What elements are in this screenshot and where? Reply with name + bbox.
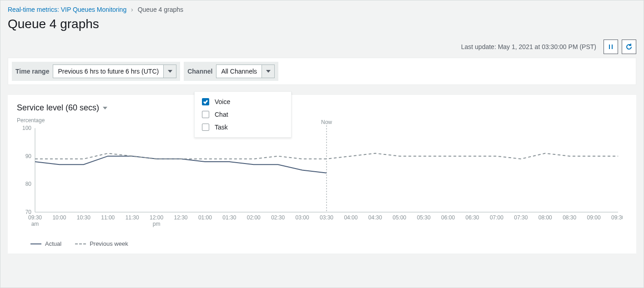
svg-text:09:30: 09:30 (28, 214, 42, 221)
chevron-down-icon (103, 106, 107, 110)
time-range-filter: Time range Previous 6 hrs to future 6 hr… (12, 62, 180, 81)
svg-text:01:00: 01:00 (198, 214, 212, 221)
last-update-text: Last update: May 1, 2021 at 03:30:00 PM … (461, 43, 596, 50)
chart-card: Service level (60 secs) Percentage Now 7… (8, 95, 636, 253)
channel-option-chat[interactable]: Chat (195, 108, 291, 121)
chart-title: Service level (60 secs) (17, 103, 99, 113)
chart-menu-button[interactable] (103, 104, 107, 112)
svg-text:03:30: 03:30 (320, 214, 333, 221)
channel-option-label: Voice (215, 98, 230, 105)
svg-text:10:00: 10:00 (52, 214, 66, 221)
svg-text:06:00: 06:00 (441, 214, 455, 221)
refresh-button[interactable] (622, 40, 636, 54)
svg-text:80: 80 (25, 181, 32, 187)
channel-option-voice[interactable]: Voice (195, 95, 291, 108)
svg-text:02:30: 02:30 (271, 214, 285, 221)
checkbox-icon (202, 111, 209, 118)
time-range-label: Time range (15, 68, 49, 75)
line-chart: 70809010009:30am10:0010:3011:0011:3012:0… (17, 124, 623, 230)
svg-text:04:30: 04:30 (368, 214, 382, 221)
svg-text:07:30: 07:30 (514, 214, 528, 221)
time-range-select[interactable]: Previous 6 hrs to future 6 hrs (UTC) (53, 65, 176, 78)
channel-option-label: Task (215, 124, 228, 131)
svg-text:10:30: 10:30 (77, 214, 91, 221)
svg-text:90: 90 (25, 153, 32, 159)
svg-text:02:00: 02:00 (247, 214, 261, 221)
channel-option-label: Chat (215, 111, 228, 118)
svg-text:06:30: 06:30 (465, 214, 479, 221)
svg-text:08:00: 08:00 (538, 214, 552, 221)
legend-item-previous-week: Previous week (75, 240, 128, 247)
svg-text:05:00: 05:00 (392, 214, 406, 221)
channel-option-task[interactable]: Task (195, 121, 291, 134)
checkbox-checked-icon (202, 98, 209, 105)
svg-text:11:00: 11:00 (101, 214, 115, 221)
svg-text:12:30: 12:30 (174, 214, 187, 221)
svg-text:pm: pm (153, 221, 161, 227)
svg-text:100: 100 (22, 125, 31, 131)
chevron-right-icon: › (131, 6, 133, 13)
svg-text:09:30: 09:30 (611, 214, 623, 221)
channel-dropdown-panel: VoiceChatTask (194, 91, 292, 138)
refresh-icon (625, 43, 633, 50)
svg-text:04:00: 04:00 (344, 214, 357, 221)
channel-filter: Channel All Channels (184, 62, 278, 81)
page-title: Queue 4 graphs (8, 17, 636, 31)
legend-swatch-dashed (75, 243, 86, 244)
breadcrumb-parent-link[interactable]: Real-time metrics: VIP Queues Monitoring (8, 6, 126, 13)
chart-legend: Actual Previous week (17, 240, 627, 247)
svg-text:07:00: 07:00 (490, 214, 503, 221)
svg-marker-3 (266, 70, 271, 73)
breadcrumb-current: Queue 4 graphs (138, 6, 183, 13)
svg-text:12:00: 12:00 (150, 214, 163, 221)
svg-text:09:00: 09:00 (587, 214, 601, 221)
breadcrumb: Real-time metrics: VIP Queues Monitoring… (8, 6, 636, 13)
chevron-down-icon (163, 65, 176, 78)
pause-button[interactable] (604, 40, 618, 54)
svg-marker-2 (168, 70, 172, 73)
legend-swatch-solid (30, 243, 41, 244)
checkbox-icon (202, 124, 209, 131)
channel-label: Channel (187, 68, 212, 75)
chevron-down-icon (262, 65, 274, 78)
svg-text:11:30: 11:30 (126, 214, 139, 221)
legend-item-actual: Actual (30, 240, 61, 247)
svg-text:am: am (31, 221, 39, 227)
filter-bar: Time range Previous 6 hrs to future 6 hr… (8, 58, 636, 85)
svg-text:03:00: 03:00 (296, 214, 309, 221)
svg-marker-4 (103, 107, 107, 109)
channel-select[interactable]: All Channels (216, 65, 275, 78)
svg-text:08:30: 08:30 (563, 214, 576, 221)
svg-text:05:30: 05:30 (417, 214, 431, 221)
pause-icon (607, 43, 614, 50)
svg-text:01:30: 01:30 (222, 214, 236, 221)
now-marker-label: Now (321, 119, 332, 125)
